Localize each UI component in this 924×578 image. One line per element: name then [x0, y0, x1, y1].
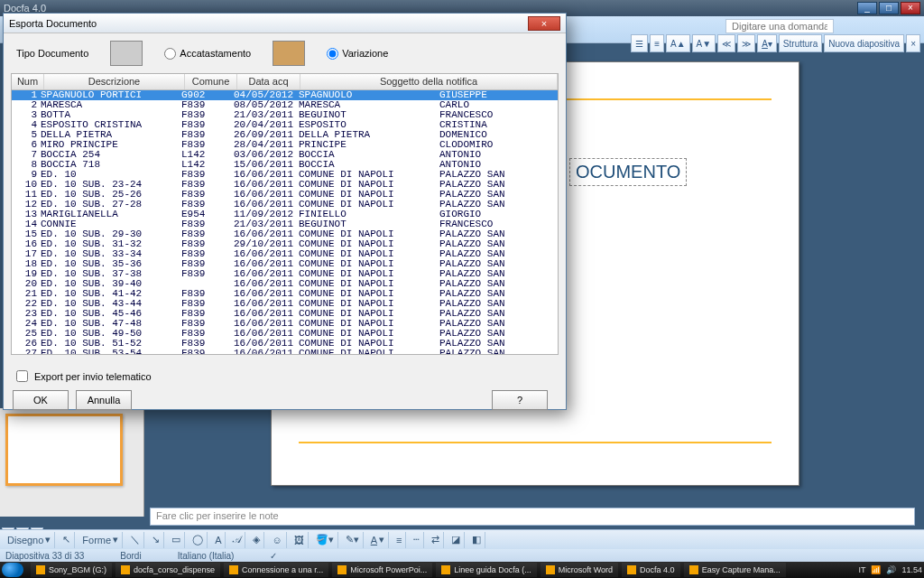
col-descrizione[interactable]: Descrizione: [44, 74, 185, 89]
table-row[interactable]: 9ED. 10 F839 16/06/2011 COMUNE DI NAPOLI…: [12, 170, 558, 180]
table-row[interactable]: 7BOCCIA 254 L142 03/06/2012 BOCCIA ANTON…: [12, 150, 558, 160]
table-row[interactable]: 15ED. 10 SUB. 29-30 F839 16/06/2011 COMU…: [12, 229, 558, 239]
list-header[interactable]: Num Descrizione Comune Data acq Soggetto…: [12, 74, 558, 90]
tray-network-icon[interactable]: 📶: [871, 565, 881, 574]
table-row[interactable]: 23ED. 10 SUB. 45-46 F839 16/06/2011 COMU…: [12, 309, 558, 319]
pointer-button[interactable]: ↖: [59, 532, 75, 548]
help-search-input[interactable]: [725, 19, 834, 33]
taskbar-item[interactable]: Linee guida Docfa (...: [436, 563, 537, 577]
wordart-button[interactable]: 𝒜: [229, 532, 245, 548]
line-weight-button[interactable]: ≡: [393, 532, 406, 548]
tray-lang[interactable]: IT: [858, 565, 865, 574]
tray-clock[interactable]: 11.54: [901, 565, 922, 574]
taskbar-item[interactable]: Docfa 4.0: [622, 563, 680, 577]
col-data-acq[interactable]: Data acq: [237, 74, 300, 89]
shadow-button[interactable]: ◪: [448, 532, 465, 548]
taskbar-item[interactable]: Connessione a una r...: [224, 563, 328, 577]
col-soggetto[interactable]: Soggetto della notifica: [300, 74, 558, 89]
table-row[interactable]: 21ED. 10 SUB. 41-42 F839 16/06/2011 COMU…: [12, 289, 558, 299]
table-row[interactable]: 22ED. 10 SUB. 43-44 F839 16/06/2011 COMU…: [12, 299, 558, 309]
minimize-button[interactable]: _: [857, 2, 877, 14]
taskbar-item-icon: [627, 565, 636, 574]
taskbar-item[interactable]: Easy Capture Mana...: [684, 563, 786, 577]
table-row[interactable]: 18ED. 10 SUB. 35-36 F839 16/06/2011 COMU…: [12, 259, 558, 269]
taskbar-item-icon: [121, 565, 130, 574]
thumbnail-pane[interactable]: [0, 408, 144, 517]
table-row[interactable]: 8BOCCIA 718 L142 15/06/2011 BOCCIA ANTON…: [12, 160, 558, 170]
drawing-menu[interactable]: Disegno: [7, 535, 43, 545]
taskbar-item[interactable]: Sony_BGM (G:): [31, 563, 112, 577]
table-row[interactable]: 25ED. 10 SUB. 49-50 F839 16/06/2011 COMU…: [12, 329, 558, 339]
fill-color-button[interactable]: 🪣▾: [312, 532, 338, 548]
system-tray[interactable]: IT 📶 🔊 11.54: [858, 565, 922, 574]
font-color2-button[interactable]: A▾: [367, 532, 389, 548]
list-body[interactable]: 1SPAGNUOLO PORTICI G902 04/05/2012 SPAGN…: [12, 90, 558, 354]
textbox-button[interactable]: A: [211, 532, 226, 548]
indent-button[interactable]: ≫: [737, 34, 755, 52]
notes-pane[interactable]: Fare clic per inserire le note: [150, 508, 915, 526]
table-row[interactable]: 4ESPOSITO CRISTINA F839 20/04/2011 ESPOS…: [12, 120, 558, 130]
arrow-button[interactable]: ↘: [148, 532, 164, 548]
rect-button[interactable]: ▭: [168, 532, 185, 548]
dialog-close-button[interactable]: ×: [528, 16, 560, 31]
taskbar-item[interactable]: Microsoft Word: [541, 563, 618, 577]
table-row[interactable]: 5DELLA PIETRA F839 26/09/2011 DELLA PIET…: [12, 130, 558, 140]
table-row[interactable]: 2MARESCA F839 08/05/2012 MARESCA CARLO: [12, 100, 558, 110]
table-row[interactable]: 24ED. 10 SUB. 47-48 F839 16/06/2011 COMU…: [12, 319, 558, 329]
oval-button[interactable]: ◯: [189, 532, 208, 548]
radio-accatastamento[interactable]: Accatastamento: [164, 48, 251, 60]
table-row[interactable]: 12ED. 10 SUB. 27-28 F839 16/06/2011 COMU…: [12, 200, 558, 210]
tray-volume-icon[interactable]: 🔊: [886, 565, 896, 574]
bullets-button[interactable]: ☰: [631, 34, 648, 52]
maximize-button[interactable]: □: [879, 2, 899, 14]
line-button[interactable]: ＼: [126, 532, 144, 548]
table-row[interactable]: 14CONNIE F839 21/03/2011 BEGUINOT FRANCE…: [12, 219, 558, 229]
table-row[interactable]: 6MIRO PRINCIPE F839 28/04/2011 PRINCIPE …: [12, 140, 558, 150]
help-button[interactable]: ?: [492, 390, 548, 410]
table-row[interactable]: 10ED. 10 SUB. 23-24 F839 16/06/2011 COMU…: [12, 180, 558, 190]
slide-thumbnail[interactable]: [5, 414, 123, 486]
arrow-style-button[interactable]: ⇄: [428, 532, 444, 548]
table-row[interactable]: 16ED. 10 SUB. 31-32 F839 29/10/2011 COMU…: [12, 239, 558, 249]
export-telematico-checkbox[interactable]: Export per invio telematico: [13, 368, 557, 385]
font-larger-button[interactable]: A▲: [666, 34, 690, 52]
diagram-button[interactable]: ◈: [249, 532, 264, 548]
slide-title-fragment: OCUMENTO: [569, 158, 687, 186]
table-row[interactable]: 26ED. 10 SUB. 51-52 F839 16/06/2011 COMU…: [12, 339, 558, 349]
tipo-documento-label: Tipo Documento: [16, 48, 88, 59]
table-row[interactable]: 11ED. 10 SUB. 25-26 F839 16/06/2011 COMU…: [12, 190, 558, 200]
outline-view-button[interactable]: Struttura: [779, 34, 822, 52]
outdent-button[interactable]: ≪: [717, 34, 735, 52]
shapes-menu[interactable]: Forme: [82, 535, 111, 545]
clipart-button[interactable]: ☺: [268, 532, 286, 548]
dash-button[interactable]: ┄: [410, 532, 424, 548]
table-row[interactable]: 3BOTTA F839 21/03/2011 BEGUINOT FRANCESC…: [12, 110, 558, 120]
threed-button[interactable]: ◧: [468, 532, 485, 548]
table-row[interactable]: 17ED. 10 SUB. 33-34 F839 16/06/2011 COMU…: [12, 249, 558, 259]
drawing-toolbar: Disegno ▾ ↖ Forme ▾ ＼ ↘ ▭ ◯ A 𝒜 ◈ ☺ 🖼 🪣▾…: [0, 529, 924, 549]
close-button[interactable]: ×: [901, 2, 920, 14]
new-slide-button[interactable]: Nuova diapositiva: [824, 34, 904, 52]
taskbar-item[interactable]: docfa_corso_dispense: [116, 563, 220, 577]
close-pane-button[interactable]: ×: [906, 34, 920, 52]
col-num[interactable]: Num: [12, 74, 44, 89]
table-row[interactable]: 19ED. 10 SUB. 37-38 F839 16/06/2011 COMU…: [12, 269, 558, 279]
ok-button[interactable]: OK: [13, 390, 69, 410]
taskbar-item[interactable]: Microsoft PowerPoi...: [332, 563, 432, 577]
taskbar[interactable]: Sony_BGM (G:)docfa_corso_dispenseConness…: [0, 562, 924, 578]
export-document-dialog: Esporta Documento × Tipo Documento Accat…: [3, 13, 567, 410]
cancel-button[interactable]: Annulla: [76, 390, 132, 410]
table-row[interactable]: 27ED. 10 SUB. 53-54 F839 16/06/2011 COMU…: [12, 349, 558, 354]
table-row[interactable]: 20ED. 10 SUB. 39-40 16/06/2011 COMUNE DI…: [12, 279, 558, 289]
table-row[interactable]: 1SPAGNUOLO PORTICI G902 04/05/2012 SPAGN…: [12, 90, 558, 100]
line-color-button[interactable]: ✎▾: [342, 532, 364, 548]
table-row[interactable]: 13MARIGLIANELLA E954 11/09/2012 FINIELLO…: [12, 210, 558, 219]
font-color-button[interactable]: A▾: [757, 34, 777, 52]
start-button[interactable]: [2, 563, 23, 577]
font-smaller-button[interactable]: A▼: [692, 34, 716, 52]
picture-button[interactable]: 🖼: [291, 532, 309, 548]
numbering-button[interactable]: ≡: [650, 34, 664, 52]
radio-variazione[interactable]: Variazione: [327, 48, 388, 60]
dialog-titlebar[interactable]: Esporta Documento ×: [4, 14, 566, 33]
col-comune[interactable]: Comune: [185, 74, 237, 89]
